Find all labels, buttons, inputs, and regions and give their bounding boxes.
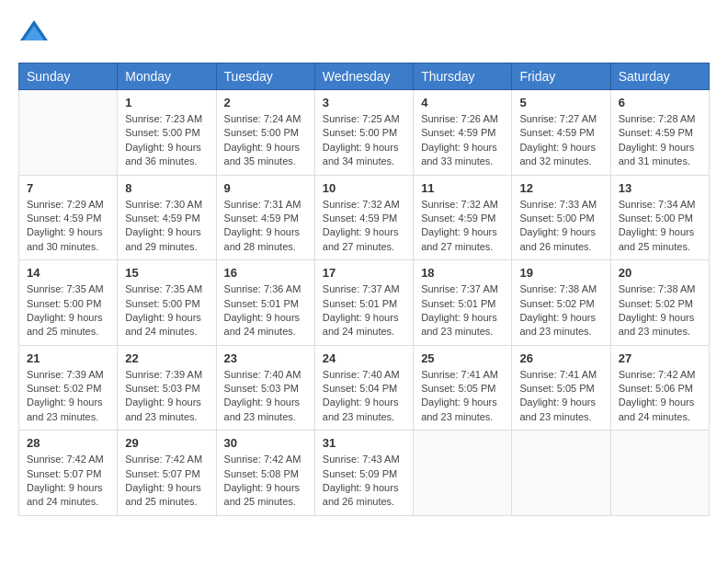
day-info: Sunrise: 7:40 AM Sunset: 5:04 PM Dayligh… [323,368,405,425]
daylight-label: Daylight: 9 hours and 35 minutes. [224,142,301,167]
sunrise-label: Sunrise: 7:38 AM [619,283,696,294]
sunset-label: Sunset: 4:59 PM [421,213,495,224]
calendar-cell: 25 Sunrise: 7:41 AM Sunset: 5:05 PM Dayl… [414,345,512,431]
daylight-label: Daylight: 9 hours and 27 minutes. [421,226,497,251]
day-number: 20 [619,266,701,280]
day-number: 4 [421,96,504,109]
daylight-label: Daylight: 9 hours and 23 minutes. [619,312,695,337]
calendar-week-row: 21 Sunrise: 7:39 AM Sunset: 5:02 PM Dayl… [19,345,710,431]
daylight-label: Daylight: 9 hours and 32 minutes. [519,142,596,167]
sunset-label: Sunset: 5:07 PM [125,468,199,479]
daylight-label: Daylight: 9 hours and 24 minutes. [27,482,103,507]
sunset-label: Sunset: 5:00 PM [27,298,101,309]
day-info: Sunrise: 7:41 AM Sunset: 5:05 PM Dayligh… [421,368,504,425]
daylight-label: Daylight: 9 hours and 25 minutes. [27,312,103,337]
sunset-label: Sunset: 5:07 PM [27,468,101,479]
col-header-friday: Friday [512,63,610,90]
logo-icon [18,18,50,48]
sunrise-label: Sunrise: 7:35 AM [27,283,104,294]
sunset-label: Sunset: 5:04 PM [323,383,397,394]
daylight-label: Daylight: 9 hours and 23 minutes. [323,396,399,421]
daylight-label: Daylight: 9 hours and 23 minutes. [224,396,301,421]
calendar-cell: 4 Sunrise: 7:26 AM Sunset: 4:59 PM Dayli… [414,90,512,176]
daylight-label: Daylight: 9 hours and 26 minutes. [519,226,596,251]
sunset-label: Sunset: 4:59 PM [619,127,693,138]
daylight-label: Daylight: 9 hours and 25 minutes. [224,482,301,507]
sunrise-label: Sunrise: 7:39 AM [125,369,202,380]
sunset-label: Sunset: 5:00 PM [125,127,199,138]
sunrise-label: Sunrise: 7:31 AM [224,199,301,210]
day-info: Sunrise: 7:29 AM Sunset: 4:59 PM Dayligh… [27,198,109,255]
day-info: Sunrise: 7:35 AM Sunset: 5:00 PM Dayligh… [27,282,109,339]
sunset-label: Sunset: 5:00 PM [224,127,299,138]
day-number: 7 [27,181,109,195]
sunrise-label: Sunrise: 7:40 AM [224,369,301,380]
calendar-cell: 17 Sunrise: 7:37 AM Sunset: 5:01 PM Dayl… [314,260,413,346]
calendar-week-row: 7 Sunrise: 7:29 AM Sunset: 4:59 PM Dayli… [19,175,710,260]
day-number: 18 [421,266,504,280]
calendar-cell: 27 Sunrise: 7:42 AM Sunset: 5:06 PM Dayl… [610,345,709,431]
sunrise-label: Sunrise: 7:30 AM [125,199,202,210]
day-number: 14 [27,266,109,280]
calendar-cell: 9 Sunrise: 7:31 AM Sunset: 4:59 PM Dayli… [216,175,314,260]
sunset-label: Sunset: 5:08 PM [224,468,299,479]
day-number: 15 [125,266,208,280]
day-info: Sunrise: 7:23 AM Sunset: 5:00 PM Dayligh… [125,112,208,169]
daylight-label: Daylight: 9 hours and 24 minutes. [125,312,201,337]
logo [18,18,53,48]
day-number: 11 [421,181,504,195]
sunrise-label: Sunrise: 7:32 AM [323,199,400,210]
calendar-table: SundayMondayTuesdayWednesdayThursdayFrid… [18,63,710,516]
day-number: 9 [224,181,307,195]
calendar-cell: 6 Sunrise: 7:28 AM Sunset: 4:59 PM Dayli… [610,90,709,176]
day-info: Sunrise: 7:35 AM Sunset: 5:00 PM Dayligh… [125,282,208,339]
calendar-cell [610,431,709,516]
sunrise-label: Sunrise: 7:29 AM [27,199,104,210]
sunset-label: Sunset: 4:59 PM [125,213,199,224]
daylight-label: Daylight: 9 hours and 27 minutes. [323,226,399,251]
col-header-tuesday: Tuesday [216,63,314,90]
day-info: Sunrise: 7:42 AM Sunset: 5:08 PM Dayligh… [224,453,307,510]
calendar-cell: 26 Sunrise: 7:41 AM Sunset: 5:05 PM Dayl… [512,345,610,431]
daylight-label: Daylight: 9 hours and 33 minutes. [421,142,497,167]
calendar-cell: 1 Sunrise: 7:23 AM Sunset: 5:00 PM Dayli… [118,90,216,176]
day-number: 31 [323,436,405,450]
col-header-thursday: Thursday [414,63,512,90]
daylight-label: Daylight: 9 hours and 29 minutes. [125,226,201,251]
day-info: Sunrise: 7:39 AM Sunset: 5:03 PM Dayligh… [125,368,208,425]
day-info: Sunrise: 7:40 AM Sunset: 5:03 PM Dayligh… [224,368,307,425]
sunset-label: Sunset: 5:09 PM [323,468,397,479]
day-info: Sunrise: 7:31 AM Sunset: 4:59 PM Dayligh… [224,198,307,255]
sunrise-label: Sunrise: 7:33 AM [519,199,597,210]
day-number: 24 [323,351,405,365]
sunrise-label: Sunrise: 7:41 AM [519,369,597,380]
day-number: 2 [224,96,307,109]
day-info: Sunrise: 7:33 AM Sunset: 5:00 PM Dayligh… [519,198,602,255]
day-number: 28 [27,436,109,450]
calendar-cell: 29 Sunrise: 7:42 AM Sunset: 5:07 PM Dayl… [118,431,216,516]
day-info: Sunrise: 7:43 AM Sunset: 5:09 PM Dayligh… [323,453,405,510]
sunrise-label: Sunrise: 7:42 AM [27,454,104,465]
day-info: Sunrise: 7:37 AM Sunset: 5:01 PM Dayligh… [421,282,504,339]
day-number: 25 [421,351,504,365]
sunset-label: Sunset: 5:00 PM [125,298,199,309]
calendar-cell: 21 Sunrise: 7:39 AM Sunset: 5:02 PM Dayl… [19,345,118,431]
sunset-label: Sunset: 5:01 PM [323,298,397,309]
day-number: 8 [125,181,208,195]
calendar-cell [512,431,610,516]
daylight-label: Daylight: 9 hours and 24 minutes. [323,312,399,337]
daylight-label: Daylight: 9 hours and 23 minutes. [421,312,497,337]
sunrise-label: Sunrise: 7:37 AM [323,283,400,294]
calendar-cell: 13 Sunrise: 7:34 AM Sunset: 5:00 PM Dayl… [610,175,709,260]
sunrise-label: Sunrise: 7:42 AM [224,454,301,465]
sunrise-label: Sunrise: 7:40 AM [323,369,400,380]
daylight-label: Daylight: 9 hours and 24 minutes. [619,396,695,421]
day-number: 6 [619,96,701,109]
sunrise-label: Sunrise: 7:43 AM [323,454,400,465]
sunrise-label: Sunrise: 7:42 AM [619,369,696,380]
sunrise-label: Sunrise: 7:36 AM [224,283,301,294]
day-info: Sunrise: 7:37 AM Sunset: 5:01 PM Dayligh… [323,282,405,339]
daylight-label: Daylight: 9 hours and 23 minutes. [27,396,103,421]
calendar-cell: 31 Sunrise: 7:43 AM Sunset: 5:09 PM Dayl… [314,431,413,516]
calendar-cell: 22 Sunrise: 7:39 AM Sunset: 5:03 PM Dayl… [118,345,216,431]
